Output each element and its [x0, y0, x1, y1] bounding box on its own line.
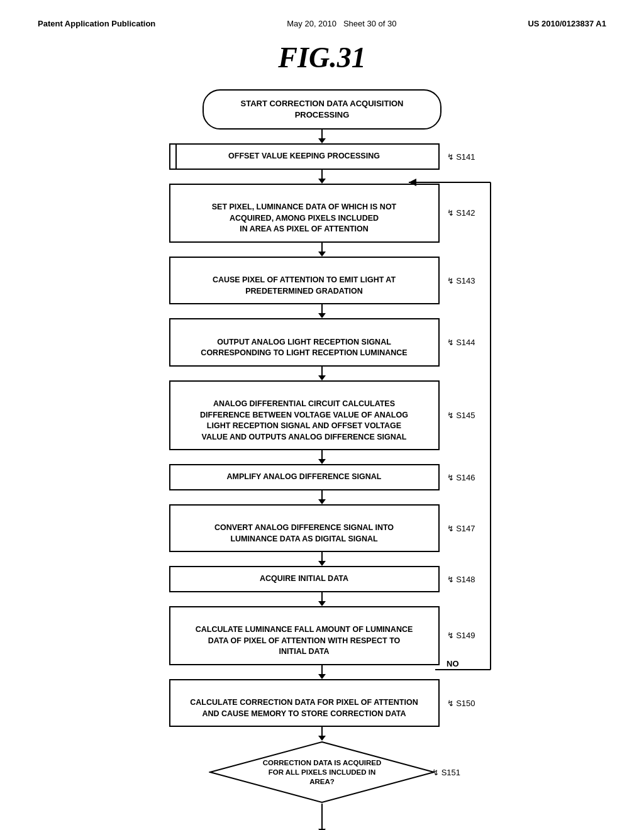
step-s148: ACQUIRE INITIAL DATA — [169, 566, 440, 592]
diamond-branches: YES — [165, 804, 479, 830]
step-s146: AMPLIFY ANALOG DIFFERENCE SIGNAL — [169, 464, 440, 490]
start-terminal: START CORRECTION DATA ACQUISITION PROCES… — [203, 89, 441, 130]
header-right: US 2010/0123837 A1 — [528, 19, 606, 28]
step-label-s143: ↯ S143 — [447, 276, 475, 285]
step-s146-row: AMPLIFY ANALOG DIFFERENCE SIGNAL ↯ S146 — [169, 464, 475, 490]
step-s143-row: CAUSE PIXEL OF ATTENTION TO EMIT LIGHT A… — [169, 257, 475, 305]
step-s144: OUTPUT ANALOG LIGHT RECEPTION SIGNAL COR… — [169, 318, 440, 367]
step-s147-row: CONVERT ANALOG DIFFERENCE SIGNAL INTO LU… — [169, 504, 475, 553]
diamond-s151: CORRECTION DATA IS ACQUIRED FOR ALL PIXE… — [209, 741, 435, 804]
step-s144-row: OUTPUT ANALOG LIGHT RECEPTION SIGNAL COR… — [169, 318, 475, 367]
figure-title: FIG.31 — [38, 41, 606, 74]
step-label-s141: ↯ S141 — [447, 152, 475, 162]
step-label-s149: ↯ S149 — [447, 631, 475, 640]
step-s150: CALCULATE CORRECTION DATA FOR PIXEL OF A… — [169, 679, 440, 728]
step-s141-row: OFFSET VALUE KEEPING PROCESSING ↯ S141 — [169, 143, 475, 170]
step-s143: CAUSE PIXEL OF ATTENTION TO EMIT LIGHT A… — [169, 257, 440, 305]
header-left: Patent Application Publication — [38, 19, 155, 28]
step-label-s147: ↯ S147 — [447, 524, 475, 533]
step-label-s148: ↯ S148 — [447, 575, 475, 584]
diamond-label: CORRECTION DATA IS ACQUIRED FOR ALL PIXE… — [259, 758, 385, 787]
step-s149-row: CALCULATE LUMINANCE FALL AMOUNT OF LUMIN… — [169, 606, 475, 665]
step-s145: ANALOG DIFFERENTIAL CIRCUIT CALCULATES D… — [169, 380, 440, 451]
page-header: Patent Application Publication May 20, 2… — [38, 19, 606, 28]
step-s149: CALCULATE LUMINANCE FALL AMOUNT OF LUMIN… — [169, 606, 440, 665]
diamond-s151-container: CORRECTION DATA IS ACQUIRED FOR ALL PIXE… — [165, 741, 479, 804]
step-s145-row: ANALOG DIFFERENTIAL CIRCUIT CALCULATES D… — [169, 380, 475, 451]
step-label-s144: ↯ S144 — [447, 338, 475, 347]
step-s147: CONVERT ANALOG DIFFERENCE SIGNAL INTO LU… — [169, 504, 440, 553]
step-label-s151: ↯ S151 — [432, 768, 460, 777]
step-s142-row: SET PIXEL, LUMINANCE DATA OF WHICH IS NO… — [169, 184, 475, 243]
step-label-s145: ↯ S145 — [447, 411, 475, 420]
step-s141: OFFSET VALUE KEEPING PROCESSING — [169, 143, 440, 170]
step-label-s146: ↯ S146 — [447, 473, 475, 482]
step-s150-row: CALCULATE CORRECTION DATA FOR PIXEL OF A… — [169, 679, 475, 728]
step-label-s142: ↯ S142 — [447, 208, 475, 218]
step-s142: SET PIXEL, LUMINANCE DATA OF WHICH IS NO… — [169, 184, 440, 243]
page: Patent Application Publication May 20, 2… — [0, 0, 644, 830]
step-s148-row: ACQUIRE INITIAL DATA ↯ S148 — [169, 566, 475, 592]
header-center: May 20, 2010 Sheet 30 of 30 — [287, 19, 396, 28]
step-label-s150: ↯ S150 — [447, 699, 475, 708]
flowchart: START CORRECTION DATA ACQUISITION PROCES… — [38, 89, 606, 830]
